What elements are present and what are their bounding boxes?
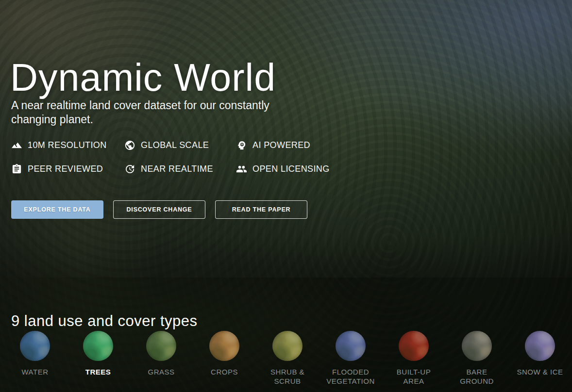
land-cover-item-crops[interactable]: CROPS	[193, 331, 256, 386]
grass-swatch	[146, 331, 176, 361]
land-cover-item-flooded-vegetation[interactable]: FLOODEDVEGETATION	[319, 331, 382, 386]
land-cover-item-bare-ground[interactable]: BAREGROUND	[445, 331, 508, 386]
feature-open-licensing: OPEN LICENSING	[236, 163, 353, 175]
feature-10m-resolution: 10M RESOLUTION	[11, 140, 124, 151]
hero-buttons: EXPLORE THE DATA DISCOVER CHANGE READ TH…	[11, 200, 307, 219]
globe-icon	[124, 140, 135, 151]
hero-dark-overlay	[0, 0, 572, 278]
shrub-scrub-swatch	[272, 331, 303, 361]
trees-swatch	[83, 331, 113, 361]
land-cover-label: TREES	[67, 367, 130, 376]
land-cover-row: WATER TREES GRASS CROPS	[3, 331, 572, 386]
feature-global-scale: GLOBAL SCALE	[124, 140, 236, 151]
update-clock-icon	[124, 163, 135, 175]
explore-the-data-button[interactable]: EXPLORE THE DATA	[11, 200, 103, 219]
dynamic-world-page: Dynamic World A near realtime land cover…	[0, 0, 572, 392]
land-cover-item-trees[interactable]: TREES	[67, 331, 130, 386]
land-cover-item-snow-ice[interactable]: SNOW & ICE	[508, 331, 572, 386]
land-cover-label: BAREGROUND	[445, 367, 508, 386]
page-title: Dynamic World	[10, 58, 276, 98]
feature-label: OPEN LICENSING	[252, 164, 330, 174]
land-cover-item-grass[interactable]: GRASS	[130, 331, 193, 386]
clipboard-icon	[11, 163, 22, 175]
terrain-icon	[11, 140, 22, 151]
land-cover-label: GRASS	[130, 367, 193, 376]
hero-subtitle: A near realtime land cover dataset for o…	[11, 98, 312, 127]
land-cover-label: CROPS	[193, 367, 256, 376]
feature-label: 10M RESOLUTION	[28, 140, 107, 150]
land-cover-label: FLOODEDVEGETATION	[319, 367, 382, 386]
land-cover-item-built-up-area[interactable]: BUILT-UPAREA	[382, 331, 445, 386]
land-cover-label: SHRUB &SCRUB	[256, 367, 319, 386]
feature-label: AI POWERED	[252, 140, 310, 150]
built-up-area-swatch	[399, 331, 429, 361]
feature-label: GLOBAL SCALE	[141, 140, 209, 150]
land-cover-item-shrub-scrub[interactable]: SHRUB &SCRUB	[256, 331, 319, 386]
feature-badges: 10M RESOLUTION GLOBAL SCALE AI POWERED P…	[11, 140, 353, 175]
water-swatch	[20, 331, 50, 361]
ai-brain-icon	[236, 140, 247, 151]
bare-ground-swatch	[462, 331, 492, 361]
land-cover-label: BUILT-UPAREA	[382, 367, 445, 386]
people-icon	[236, 163, 247, 175]
flooded-vegetation-swatch	[336, 331, 366, 361]
land-cover-heading: 9 land use and cover types	[11, 312, 198, 330]
land-cover-label: WATER	[3, 367, 67, 376]
land-cover-label: SNOW & ICE	[508, 367, 572, 376]
crops-swatch	[209, 331, 239, 361]
feature-label: NEAR REALTIME	[141, 164, 213, 174]
land-cover-section: 9 land use and cover types WATER TREES G…	[0, 278, 572, 392]
snow-ice-swatch	[525, 331, 555, 361]
feature-near-realtime: NEAR REALTIME	[124, 163, 236, 175]
feature-ai-powered: AI POWERED	[236, 140, 353, 151]
discover-change-button[interactable]: DISCOVER CHANGE	[113, 200, 205, 219]
feature-label: PEER REVIEWED	[28, 164, 103, 174]
land-cover-item-water[interactable]: WATER	[3, 331, 67, 386]
read-the-paper-button[interactable]: READ THE PAPER	[215, 200, 307, 219]
feature-peer-reviewed: PEER REVIEWED	[11, 163, 124, 175]
